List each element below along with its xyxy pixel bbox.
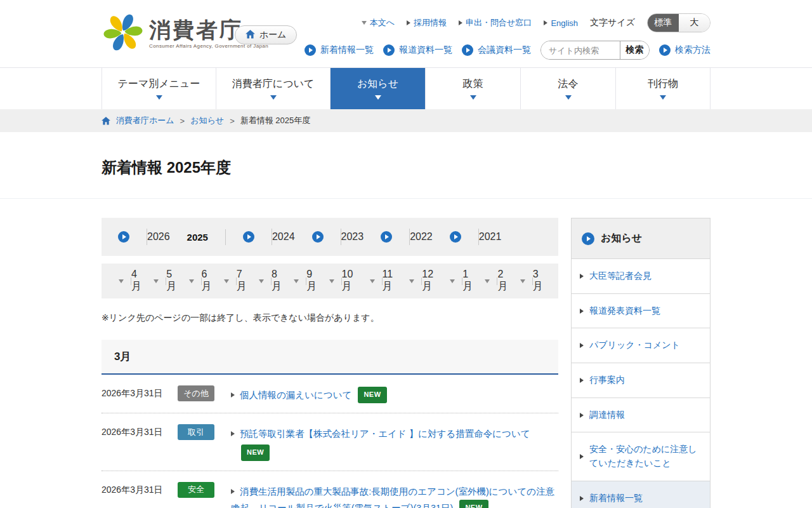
year-tabs: 2026 2025 2024 2023 2022 2021 — [102, 218, 558, 256]
meeting-material-list-link[interactable]: 会議資料一覧 — [462, 44, 531, 56]
month-link-nov[interactable] — [363, 277, 383, 285]
nav-item-laws[interactable]: 法令 — [520, 68, 615, 109]
sidebar-item-events[interactable]: 行事案内 — [572, 363, 710, 398]
font-size-label: 文字サイズ — [590, 17, 635, 29]
chevron-down-icon — [329, 279, 334, 283]
category-badge: その他 — [178, 385, 214, 401]
new-info-list-link[interactable]: 新着情報一覧 — [304, 44, 374, 56]
chevron-down-icon — [660, 95, 666, 100]
home-icon — [102, 117, 110, 125]
font-size-toggle: 標準 大 — [647, 13, 710, 32]
arrow-right-icon — [231, 431, 235, 436]
circle-arrow-icon — [243, 231, 254, 243]
nav-item-notices[interactable]: お知らせ — [330, 68, 425, 109]
breadcrumb: 消費者庁ホーム > お知らせ > 新着情報 2025年度 — [0, 109, 812, 132]
arrow-right-icon — [459, 20, 462, 25]
sidebar-item-public-comment[interactable]: パブリック・コメント — [572, 328, 710, 363]
month-link-apr[interactable] — [112, 277, 131, 285]
year-tab-2026[interactable] — [117, 229, 147, 245]
site-search-input[interactable] — [541, 41, 620, 59]
month-link-jun[interactable] — [182, 277, 202, 285]
news-link[interactable]: 消費生活用製品の重大製品事故:長期使用のエアコン(室外機)についての注意喚起、リ… — [231, 486, 554, 508]
news-item: 2026年3月31日 安全 消費生活用製品の重大製品事故:長期使用のエアコン(室… — [102, 471, 558, 508]
chevron-down-icon — [362, 21, 367, 25]
month-link-feb[interactable] — [478, 277, 497, 285]
press-material-list-link[interactable]: 報道資料一覧 — [383, 44, 452, 56]
chevron-down-icon — [154, 279, 159, 283]
news-list: 2026年3月31日 その他 個人情報の漏えいについてNEW 2026年3月31… — [102, 375, 558, 508]
sidebar-header-notices[interactable]: お知らせ — [572, 218, 710, 259]
arrow-right-icon — [580, 454, 584, 459]
to-content-link[interactable]: 本文へ — [362, 17, 395, 29]
sidebar-item-new-info-list[interactable]: 新着情報一覧 — [572, 481, 710, 508]
sidebar-item-safety-cautions[interactable]: 安全・安心のために注意していただきたいこと — [572, 432, 710, 481]
nav-item-about-agency[interactable]: 消費者庁について — [216, 68, 330, 109]
search-button[interactable]: 検索 — [620, 41, 649, 59]
news-date: 2026年3月31日 — [102, 424, 178, 438]
new-badge: NEW — [459, 500, 488, 508]
arrow-right-icon — [580, 274, 584, 279]
month-link-dec[interactable] — [402, 277, 422, 285]
breadcrumb-current: 新着情報 2025年度 — [240, 115, 311, 126]
chevron-down-icon — [294, 279, 299, 283]
utility-links: 本文へ 採用情報 申出・問合せ窓口 English 文字サイズ 標準 大 — [362, 13, 710, 32]
news-link[interactable]: 個人情報の漏えいについて — [231, 390, 351, 400]
contact-link[interactable]: 申出・問合せ窓口 — [459, 17, 532, 29]
year-tab-2025-current: 2025 — [170, 229, 226, 245]
sidebar-item-press-releases[interactable]: 報道発表資料一覧 — [572, 294, 710, 329]
page-title-band: 新着情報 2025年度 — [0, 132, 812, 199]
sidebar-item-procurement[interactable]: 調達情報 — [572, 398, 710, 433]
month-link-jan[interactable] — [443, 277, 462, 285]
sidebar-item-press-conference[interactable]: 大臣等記者会見 — [572, 259, 710, 294]
arrow-right-icon — [580, 413, 584, 418]
english-link[interactable]: English — [544, 18, 578, 28]
circle-arrow-icon — [304, 44, 316, 56]
nav-item-publications[interactable]: 刊行物 — [615, 68, 710, 109]
home-button[interactable]: ホーム — [235, 25, 297, 44]
font-size-standard-button[interactable]: 標準 — [648, 14, 679, 32]
month-link-sep[interactable] — [287, 277, 306, 285]
nav-item-policy[interactable]: 政策 — [425, 68, 520, 109]
month-link-mar[interactable] — [513, 277, 533, 285]
chevron-down-icon — [375, 95, 381, 100]
home-icon — [246, 30, 255, 41]
chevron-down-icon — [119, 279, 124, 283]
category-badge: 安全 — [178, 482, 214, 498]
circle-arrow-icon — [118, 231, 129, 243]
agency-logo-icon — [103, 13, 143, 55]
month-link-may[interactable] — [147, 277, 166, 285]
breadcrumb-home-link[interactable]: 消費者庁ホーム — [116, 115, 174, 126]
new-badge: NEW — [358, 387, 386, 403]
arrow-right-icon — [231, 392, 235, 398]
month-link-jul[interactable] — [217, 277, 237, 285]
circle-arrow-icon — [582, 232, 594, 245]
year-tab-2021[interactable] — [433, 229, 479, 245]
month-link-oct[interactable] — [322, 277, 342, 285]
chevron-down-icon — [270, 95, 277, 100]
main-column: 2026 2025 2024 2023 2022 2021 — [102, 218, 558, 508]
font-size-large-button[interactable]: 大 — [679, 14, 710, 32]
arrow-right-icon — [580, 378, 584, 383]
nav-item-theme-menu[interactable]: テーマ別メニュー — [102, 68, 216, 109]
recruit-link[interactable]: 採用情報 — [407, 17, 447, 29]
arrow-right-icon — [407, 20, 410, 25]
year-tab-2023[interactable] — [295, 229, 341, 245]
arrow-right-icon — [580, 309, 584, 314]
news-link[interactable]: 預託等取引業者【株式会社リア・エイド 】に対する措置命令について — [231, 429, 530, 439]
circle-arrow-icon — [462, 44, 473, 56]
month-section-header: 3月 — [102, 340, 558, 375]
circle-arrow-icon — [450, 231, 461, 243]
news-date: 2026年3月31日 — [102, 385, 178, 399]
news-date: 2026年3月31日 — [102, 482, 178, 496]
chevron-down-icon — [156, 95, 162, 100]
month-link-aug[interactable] — [252, 277, 272, 285]
circle-arrow-icon — [381, 231, 392, 243]
search-help-link[interactable]: 検索方法 — [659, 44, 710, 56]
news-item: 2026年3月31日 取引 預託等取引業者【株式会社リア・エイド 】に対する措置… — [102, 413, 558, 471]
chevron-down-icon — [370, 279, 375, 283]
year-tab-2024[interactable] — [226, 229, 272, 245]
year-tab-2022[interactable] — [363, 229, 410, 245]
breadcrumb-section-link[interactable]: お知らせ — [190, 115, 224, 126]
main-navigation: テーマ別メニュー 消費者庁について お知らせ 政策 法令 刊行物 — [0, 67, 812, 109]
arrow-right-icon — [580, 496, 584, 501]
